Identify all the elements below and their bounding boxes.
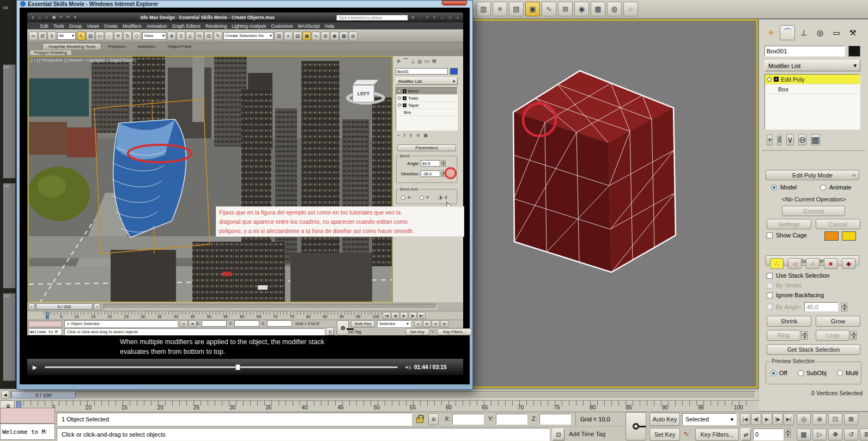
align-icon[interactable]: ≡: [284, 32, 293, 40]
schematic-view-icon[interactable]: ⊞: [558, 2, 573, 16]
align-icon[interactable]: ≡: [493, 2, 507, 16]
auto-key-button[interactable]: Auto Key: [650, 413, 680, 426]
menu-item[interactable]: Help: [325, 23, 334, 29]
by-vertex-checkbox[interactable]: By Vertex: [767, 282, 802, 289]
key-tangent-icon[interactable]: ∿: [683, 430, 689, 438]
angle-snap-icon[interactable]: ∠: [186, 32, 195, 40]
zoom-all-icon[interactable]: ⊕: [812, 413, 827, 425]
set-key-button[interactable]: Set Key: [650, 428, 680, 441]
maximize-viewport-icon[interactable]: ⊠: [860, 428, 868, 440]
menu-item[interactable]: Create: [104, 23, 118, 29]
modifier-stack-row[interactable]: Box: [765, 84, 860, 94]
menu-item[interactable]: Animation: [147, 23, 167, 29]
by-angle-checkbox[interactable]: By Angle:: [767, 302, 847, 311]
get-stack-selection-button[interactable]: Get Stack Selection: [767, 344, 860, 355]
video-perspective-viewport[interactable]: [ + ] [ Perspective ] [ Smooth + Highlig…: [28, 56, 392, 302]
expand-modifier-icon[interactable]: +: [774, 77, 779, 82]
x-coordinate-field[interactable]: [202, 320, 227, 327]
modifier-stack-row[interactable]: Box: [396, 109, 457, 116]
modifier-stack-row[interactable]: + Twist: [396, 95, 457, 102]
polygon-icon[interactable]: ■: [824, 258, 837, 269]
key-filters-button[interactable]: Key Filters...: [695, 428, 739, 441]
hierarchy-tab-icon[interactable]: ⊥: [796, 25, 811, 40]
add-time-tag-label[interactable]: Add Time Tag: [569, 431, 605, 437]
modifier-list-dropdown[interactable]: Modifier List ▾: [396, 77, 458, 85]
previous-frame-icon[interactable]: ◀|: [391, 312, 399, 319]
selection-set-dropdown[interactable]: Selected ▾: [377, 320, 411, 327]
vertex-icon[interactable]: ∴: [770, 258, 784, 269]
curve-editor-icon[interactable]: ∿: [312, 32, 320, 40]
element-icon[interactable]: ◆: [842, 258, 855, 269]
frame-spinner[interactable]: [785, 428, 791, 437]
time-slider-track[interactable]: [104, 304, 437, 309]
named-selection-set-dropdown[interactable]: Create Selection Se ▾: [223, 32, 274, 40]
y-coordinate-field[interactable]: [496, 414, 527, 425]
mirror-icon[interactable]: ▥: [275, 32, 283, 40]
show-end-result-icon[interactable]: ‖: [404, 133, 405, 138]
time-slider-right-arrow[interactable]: >: [94, 303, 100, 310]
help-icon[interactable]: ?: [431, 15, 438, 21]
loop-button[interactable]: Loop: [816, 330, 849, 341]
viewcube-top-face[interactable]: [353, 79, 379, 85]
seek-bar[interactable]: [45, 366, 398, 368]
pan-view-icon[interactable]: ✥: [828, 428, 842, 440]
select-by-name-icon[interactable]: ▤: [86, 32, 95, 40]
window-crossing-icon[interactable]: ◌: [105, 32, 113, 40]
menu-item[interactable]: Views: [87, 23, 99, 29]
select-and-link-icon[interactable]: ∞: [29, 32, 38, 40]
maxscript-listener-input[interactable]: Welcome to M: [0, 424, 55, 440]
render-production-icon[interactable]: ◍: [607, 2, 622, 16]
previous-frame-icon[interactable]: ◀|: [751, 413, 761, 425]
ring-button[interactable]: Ring: [767, 330, 800, 341]
time-slider-handle[interactable]: 0 / 100: [36, 303, 93, 310]
menu-item[interactable]: Edit: [40, 23, 48, 29]
by-angle-spinner[interactable]: [841, 303, 847, 311]
loop-spinner[interactable]: [851, 331, 857, 340]
time-tag-icon[interactable]: ⊡: [327, 328, 334, 335]
select-and-link-icon[interactable]: ∞: [3, 3, 8, 11]
menu-item[interactable]: Modifiers: [123, 23, 141, 29]
open-file-icon[interactable]: ▹: [44, 15, 50, 21]
modifier-stack-row[interactable]: + Taper: [396, 102, 457, 109]
time-slider-left-arrow[interactable]: <: [28, 303, 35, 310]
absolute-mode-icon[interactable]: ⊞: [189, 320, 197, 327]
curve-editor-icon[interactable]: ∿: [542, 2, 556, 16]
time-slider-handle[interactable]: 0 / 100: [11, 391, 76, 399]
viewcube-home-icon[interactable]: ⌂: [345, 72, 348, 77]
object-name-field[interactable]: [764, 46, 845, 57]
key-mode-icon[interactable]: ⇄: [741, 428, 751, 440]
object-color-swatch[interactable]: [450, 68, 458, 75]
cage-selected-color-swatch[interactable]: [842, 231, 856, 241]
bind-to-space-warp-icon[interactable]: ↯: [47, 32, 56, 40]
maxscript-listener-output[interactable]: [0, 408, 55, 424]
ribbon-tab[interactable]: Selection: [132, 44, 161, 50]
keyword-search-input[interactable]: [336, 15, 408, 21]
render-icon[interactable]: ◍: [349, 32, 357, 40]
undo-icon[interactable]: ↶: [58, 15, 64, 21]
menu-item[interactable]: Graph Editors: [172, 23, 200, 29]
y-coordinate-field[interactable]: [234, 320, 259, 327]
key-tangent-icon[interactable]: ∿: [430, 329, 435, 334]
time-slider-left-arrow[interactable]: ◀: [1, 390, 9, 399]
pin-stack-icon[interactable]: +: [397, 133, 400, 138]
z-coordinate-field[interactable]: [267, 320, 292, 327]
cage-color-swatch[interactable]: [824, 231, 839, 241]
snaps-toggle-icon[interactable]: 3: [177, 32, 185, 40]
new-scene-icon[interactable]: □: [37, 15, 43, 21]
axis-y-radio[interactable]: Y: [420, 195, 429, 200]
animate-radio[interactable]: Animate: [820, 184, 851, 191]
schematic-view-icon[interactable]: ⊞: [321, 32, 330, 40]
zoom-extents-selected-icon[interactable]: ⊡: [828, 413, 842, 425]
rendered-frame-icon[interactable]: ▦: [591, 2, 605, 16]
menu-item[interactable]: Customize: [271, 23, 293, 29]
grow-button[interactable]: Grow: [816, 316, 860, 327]
go-to-end-icon[interactable]: ▶|: [417, 312, 426, 319]
tutorial-video[interactable]: 3□▹▣↶↷▾ 3ds Max Design - Essential Skill…: [27, 13, 463, 382]
preview-subobj-radio[interactable]: SubObj: [798, 370, 827, 376]
angle-spinner[interactable]: [441, 160, 446, 167]
orbit-icon[interactable]: ↺: [844, 428, 858, 440]
track-bar[interactable]: 5101520253035404550556065707580859095100…: [0, 400, 759, 412]
modifier-enable-bulb-icon[interactable]: [398, 103, 401, 107]
x-coordinate-field[interactable]: [452, 414, 484, 425]
object-name-field[interactable]: [396, 68, 448, 75]
